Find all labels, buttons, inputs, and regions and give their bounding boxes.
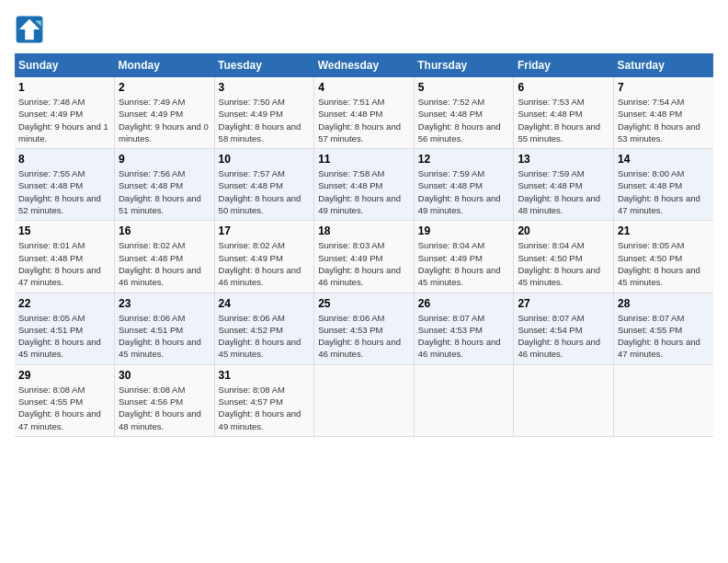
calendar-cell: 16Sunrise: 8:02 AMSunset: 4:48 PMDayligh… [115, 221, 215, 293]
cell-info: Sunrise: 8:06 AMSunset: 4:52 PMDaylight:… [219, 312, 311, 361]
calendar-cell: 9Sunrise: 7:56 AMSunset: 4:48 PMDaylight… [115, 149, 215, 221]
week-row-1: 1Sunrise: 7:48 AMSunset: 4:49 PMDaylight… [15, 77, 713, 149]
logo [15, 15, 48, 44]
cell-info: Sunrise: 8:06 AMSunset: 4:53 PMDaylight:… [318, 312, 410, 361]
week-row-4: 22Sunrise: 8:05 AMSunset: 4:51 PMDayligh… [15, 293, 713, 364]
calendar-cell [613, 364, 713, 436]
calendar-cell: 7Sunrise: 7:54 AMSunset: 4:48 PMDaylight… [613, 77, 713, 149]
calendar-table: SundayMondayTuesdayWednesdayThursdayFrid… [15, 53, 713, 437]
day-number: 30 [119, 369, 210, 382]
calendar-cell: 25Sunrise: 8:06 AMSunset: 4:53 PMDayligh… [314, 293, 415, 364]
header [15, 15, 713, 44]
day-number: 6 [518, 81, 609, 94]
day-number: 29 [18, 369, 110, 382]
cell-info: Sunrise: 8:08 AMSunset: 4:56 PMDaylight:… [119, 384, 210, 432]
cell-info: Sunrise: 7:56 AMSunset: 4:48 PMDaylight:… [119, 167, 210, 216]
calendar-cell: 3Sunrise: 7:50 AMSunset: 4:49 PMDaylight… [214, 77, 314, 149]
day-header-sunday: Sunday [15, 53, 115, 77]
day-number: 11 [318, 153, 410, 166]
cell-info: Sunrise: 7:59 AMSunset: 4:48 PMDaylight:… [518, 167, 609, 216]
cell-info: Sunrise: 7:57 AMSunset: 4:48 PMDaylight:… [219, 167, 311, 216]
cell-info: Sunrise: 7:58 AMSunset: 4:48 PMDaylight:… [318, 167, 410, 216]
day-number: 4 [318, 81, 410, 94]
day-header-monday: Monday [115, 53, 215, 77]
calendar-cell: 20Sunrise: 8:04 AMSunset: 4:50 PMDayligh… [514, 221, 614, 293]
cell-info: Sunrise: 7:55 AMSunset: 4:48 PMDaylight:… [18, 167, 110, 216]
day-number: 12 [418, 153, 510, 166]
calendar-cell: 21Sunrise: 8:05 AMSunset: 4:50 PMDayligh… [613, 221, 713, 293]
week-row-2: 8Sunrise: 7:55 AMSunset: 4:48 PMDaylight… [15, 149, 713, 221]
cell-info: Sunrise: 8:07 AMSunset: 4:55 PMDaylight:… [618, 312, 710, 361]
calendar-cell: 18Sunrise: 8:03 AMSunset: 4:49 PMDayligh… [314, 221, 415, 293]
week-row-3: 15Sunrise: 8:01 AMSunset: 4:48 PMDayligh… [15, 221, 713, 293]
cell-info: Sunrise: 8:02 AMSunset: 4:49 PMDaylight:… [219, 239, 311, 288]
cell-info: Sunrise: 8:00 AMSunset: 4:48 PMDaylight:… [618, 167, 710, 216]
day-number: 9 [119, 153, 210, 166]
day-number: 21 [618, 224, 710, 237]
day-number: 13 [518, 153, 609, 166]
calendar-cell [414, 364, 514, 436]
cell-info: Sunrise: 8:05 AMSunset: 4:50 PMDaylight:… [618, 239, 710, 288]
calendar-cell: 30Sunrise: 8:08 AMSunset: 4:56 PMDayligh… [115, 364, 215, 436]
day-number: 3 [219, 81, 311, 94]
calendar-cell: 17Sunrise: 8:02 AMSunset: 4:49 PMDayligh… [214, 221, 314, 293]
cell-info: Sunrise: 8:07 AMSunset: 4:54 PMDaylight:… [518, 312, 609, 361]
cell-info: Sunrise: 8:04 AMSunset: 4:49 PMDaylight:… [418, 239, 510, 288]
calendar-cell: 5Sunrise: 7:52 AMSunset: 4:48 PMDaylight… [414, 77, 514, 149]
calendar-cell: 11Sunrise: 7:58 AMSunset: 4:48 PMDayligh… [314, 149, 415, 221]
cell-info: Sunrise: 7:59 AMSunset: 4:48 PMDaylight:… [418, 167, 510, 216]
day-number: 27 [518, 297, 609, 310]
day-number: 8 [18, 153, 110, 166]
cell-info: Sunrise: 7:53 AMSunset: 4:48 PMDaylight:… [518, 96, 609, 144]
calendar-cell: 23Sunrise: 8:06 AMSunset: 4:51 PMDayligh… [115, 293, 215, 364]
day-number: 10 [219, 153, 311, 166]
cell-info: Sunrise: 8:01 AMSunset: 4:48 PMDaylight:… [18, 239, 110, 288]
cell-info: Sunrise: 8:04 AMSunset: 4:50 PMDaylight:… [518, 239, 609, 288]
cell-info: Sunrise: 8:02 AMSunset: 4:48 PMDaylight:… [119, 239, 210, 288]
calendar-cell [514, 364, 614, 436]
page: SundayMondayTuesdayWednesdayThursdayFrid… [0, 0, 728, 563]
logo-icon [15, 15, 44, 44]
cell-info: Sunrise: 8:05 AMSunset: 4:51 PMDaylight:… [18, 312, 110, 361]
day-number: 20 [518, 224, 609, 237]
day-number: 24 [219, 297, 311, 310]
calendar-cell: 4Sunrise: 7:51 AMSunset: 4:48 PMDaylight… [314, 77, 415, 149]
cell-info: Sunrise: 7:52 AMSunset: 4:48 PMDaylight:… [418, 96, 510, 144]
cell-info: Sunrise: 8:08 AMSunset: 4:55 PMDaylight:… [18, 384, 110, 432]
day-number: 17 [219, 224, 311, 237]
calendar-cell: 10Sunrise: 7:57 AMSunset: 4:48 PMDayligh… [214, 149, 314, 221]
day-number: 18 [318, 224, 410, 237]
day-number: 23 [119, 297, 210, 310]
day-number: 7 [618, 81, 710, 94]
calendar-cell: 13Sunrise: 7:59 AMSunset: 4:48 PMDayligh… [514, 149, 614, 221]
calendar-cell: 12Sunrise: 7:59 AMSunset: 4:48 PMDayligh… [414, 149, 514, 221]
calendar-cell: 19Sunrise: 8:04 AMSunset: 4:49 PMDayligh… [414, 221, 514, 293]
day-number: 25 [318, 297, 410, 310]
calendar-cell: 15Sunrise: 8:01 AMSunset: 4:48 PMDayligh… [15, 221, 115, 293]
calendar-cell: 24Sunrise: 8:06 AMSunset: 4:52 PMDayligh… [214, 293, 314, 364]
day-number: 28 [618, 297, 710, 310]
day-header-wednesday: Wednesday [314, 53, 415, 77]
day-number: 19 [418, 224, 510, 237]
cell-info: Sunrise: 7:54 AMSunset: 4:48 PMDaylight:… [618, 96, 710, 144]
day-number: 26 [418, 297, 510, 310]
calendar-cell: 14Sunrise: 8:00 AMSunset: 4:48 PMDayligh… [613, 149, 713, 221]
header-row: SundayMondayTuesdayWednesdayThursdayFrid… [15, 53, 713, 77]
week-row-5: 29Sunrise: 8:08 AMSunset: 4:55 PMDayligh… [15, 364, 713, 436]
calendar-cell: 26Sunrise: 8:07 AMSunset: 4:53 PMDayligh… [414, 293, 514, 364]
day-header-tuesday: Tuesday [214, 53, 314, 77]
day-number: 31 [219, 369, 311, 382]
calendar-cell: 6Sunrise: 7:53 AMSunset: 4:48 PMDaylight… [514, 77, 614, 149]
day-number: 5 [418, 81, 510, 94]
day-number: 14 [618, 153, 710, 166]
cell-info: Sunrise: 7:48 AMSunset: 4:49 PMDaylight:… [18, 96, 110, 144]
cell-info: Sunrise: 8:06 AMSunset: 4:51 PMDaylight:… [119, 312, 210, 361]
cell-info: Sunrise: 8:03 AMSunset: 4:49 PMDaylight:… [318, 239, 410, 288]
calendar-cell: 27Sunrise: 8:07 AMSunset: 4:54 PMDayligh… [514, 293, 614, 364]
calendar-cell: 29Sunrise: 8:08 AMSunset: 4:55 PMDayligh… [15, 364, 115, 436]
day-number: 16 [119, 224, 210, 237]
calendar-cell: 8Sunrise: 7:55 AMSunset: 4:48 PMDaylight… [15, 149, 115, 221]
cell-info: Sunrise: 8:08 AMSunset: 4:57 PMDaylight:… [219, 384, 311, 432]
day-header-thursday: Thursday [414, 53, 514, 77]
day-number: 22 [18, 297, 110, 310]
